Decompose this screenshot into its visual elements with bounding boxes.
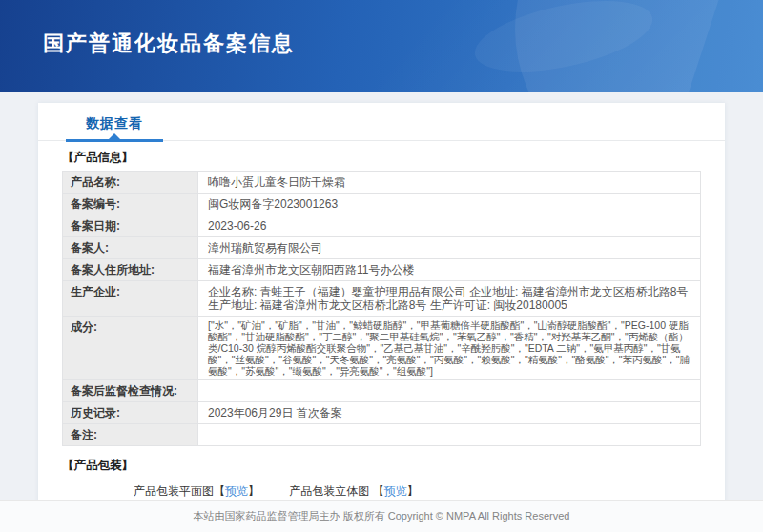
row-value: ["水"，"矿油"，"矿脂"，"甘油"，"鲸蜡硬脂醇"，"甲基葡糖倍半硬脂酸酯"… [198,317,700,379]
package-stereo-label: 产品包装立体图 [289,484,372,498]
row-value: 漳州瑞航贸易有限公司 [198,237,700,258]
package-stereo-preview-link[interactable]: 预览 [384,484,407,498]
tab-bar: 数据查看 [38,103,725,141]
row-label: 备案人住所地址: [63,259,198,280]
table-row-registration-date: 备案日期: 2023-06-26 [63,215,700,237]
row-value: 2023年06月29日 首次备案 [198,402,700,423]
row-value: 2023-06-26 [198,215,700,236]
package-stereo-item: 产品包装立体图 【预览】 [289,483,418,500]
row-label: 成分: [63,317,198,379]
table-row-ingredients: 成分: ["水"，"矿油"，"矿脂"，"甘油"，"鲸蜡硬脂醇"，"甲基葡糖倍半硬… [63,317,700,380]
package-flat-preview-link[interactable]: 预览 [225,484,248,498]
row-value [198,424,700,445]
page-banner: 国产普通化妆品备案信息 [0,0,763,92]
table-row-history: 历史记录: 2023年06月29日 首次备案 [63,402,700,424]
row-label: 生产企业: [63,281,198,316]
content-card: 数据查看 【产品信息】 产品名称: 咘噜小蛋儿童冬日防干燥霜 备案编号: 闽G妆… [38,103,725,532]
bracket-open: 【 [373,484,384,498]
table-row-product-name: 产品名称: 咘噜小蛋儿童冬日防干燥霜 [63,172,700,194]
row-label: 备案日期: [63,215,198,236]
table-row-registrant-address: 备案人住所地址: 福建省漳州市龙文区朝阳西路11号办公楼 [63,259,700,281]
row-label: 备注: [63,424,198,445]
table-row-post-supervision: 备案后监督检查情况: [63,380,700,402]
section-product-info-label: 【产品信息】 [62,150,701,166]
section-product-package-label: 【产品包装】 [62,458,701,474]
package-flat-item: 产品包装平面图【预览】 [134,483,259,500]
row-value: 福建省漳州市龙文区朝阳西路11号办公楼 [198,259,700,280]
row-value: 企业名称: 青蛙王子（福建）婴童护理用品有限公司 企业地址: 福建省漳州市龙文区… [198,281,700,316]
page-footer: 本站由国家药品监督管理局主办 版权所有 Copyright © NMPA All… [0,500,763,532]
row-label: 备案编号: [63,194,198,215]
row-label: 产品名称: [63,172,198,193]
row-value: 闽G妆网备字2023001263 [198,194,700,215]
row-value [198,380,700,401]
bracket-open: 【 [214,484,225,498]
row-label: 历史记录: [63,402,198,423]
package-flat-label: 产品包装平面图 [134,484,214,498]
table-row-remarks: 备注: [63,424,700,446]
table-row-registration-number: 备案编号: 闽G妆网备字2023001263 [63,194,700,215]
table-row-registrant: 备案人: 漳州瑞航贸易有限公司 [63,237,700,259]
package-preview-row: 产品包装平面图【预览】 产品包装立体图 【预览】 [62,483,701,500]
footer-copyright-text: 本站由国家药品监督管理局主办 版权所有 Copyright © NMPA All… [194,510,570,522]
card-content: 【产品信息】 产品名称: 咘噜小蛋儿童冬日防干燥霜 备案编号: 闽G妆网备字20… [38,141,725,532]
product-info-table: 产品名称: 咘噜小蛋儿童冬日防干燥霜 备案编号: 闽G妆网备字202300126… [62,171,701,446]
tab-data-view[interactable]: 数据查看 [86,115,143,133]
page-title: 国产普通化妆品备案信息 [43,30,295,58]
bracket-close: 】 [248,484,259,498]
row-label: 备案后监督检查情况: [63,380,198,401]
bracket-close: 】 [407,484,419,498]
table-row-manufacturer: 生产企业: 企业名称: 青蛙王子（福建）婴童护理用品有限公司 企业地址: 福建省… [63,281,700,317]
tab-active-underline [66,139,163,142]
row-value: 咘噜小蛋儿童冬日防干燥霜 [198,172,700,193]
row-label: 备案人: [63,237,198,258]
